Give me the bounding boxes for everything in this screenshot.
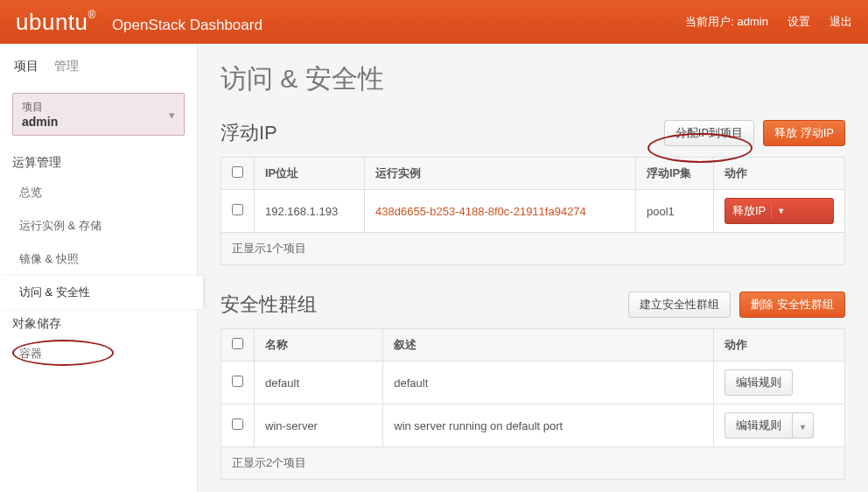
logo: ubuntu® OpenStack Dashboard	[16, 9, 262, 36]
instance-link[interactable]: 438d6655-b253-4188-8f0c-21911fa94274	[375, 205, 586, 218]
product-name: OpenStack Dashboard	[112, 17, 262, 34]
edit-rules-dropdown[interactable]: ▼	[793, 412, 814, 439]
secgroup-table: 名称 叙述 动作 default default 编辑规则 win-server…	[220, 328, 845, 480]
release-ip-button[interactable]: 释放IP▼	[724, 198, 834, 224]
sidebar-item-access-security[interactable]: 访问 & 安全性	[0, 276, 203, 309]
top-bar: ubuntu® OpenStack Dashboard 当前用户: admin …	[0, 0, 868, 44]
brand-name: ubuntu®	[16, 9, 96, 36]
create-secgroup-button[interactable]: 建立安全性群组	[628, 292, 731, 318]
chevron-down-icon: ▾	[169, 108, 175, 121]
col-actions: 动作	[714, 329, 845, 362]
caret-down-icon: ▼	[799, 423, 807, 432]
select-all-checkbox[interactable]	[232, 166, 243, 178]
row-checkbox[interactable]	[232, 204, 243, 215]
top-right-nav: 当前用户: admin 设置 退出	[685, 14, 852, 30]
compute-heading: 运算管理	[0, 148, 197, 176]
table-header-row: IP位址 运行实例 浮动IP集 动作	[221, 158, 845, 190]
sidebar-item-containers[interactable]: 容器	[0, 337, 197, 370]
cell-actions: 释放IP▼	[714, 190, 845, 233]
edit-rules-button[interactable]: 编辑规则	[724, 369, 793, 396]
cell-instance: 438d6655-b253-4188-8f0c-21911fa94274	[365, 190, 636, 233]
edit-rules-split: 编辑规则 ▼	[724, 412, 834, 439]
table-header-row: 名称 叙述 动作	[221, 329, 845, 362]
release-floating-ip-button[interactable]: 释放 浮动IP	[763, 120, 845, 146]
cell-ip: 192.168.1.193	[255, 190, 365, 233]
cell-pool: pool1	[636, 190, 714, 233]
project-name: admin	[22, 115, 175, 129]
logout-link[interactable]: 退出	[830, 14, 852, 30]
storage-heading: 对象储存	[0, 309, 197, 337]
secgroup-title: 安全性群组	[220, 292, 317, 318]
settings-link[interactable]: 设置	[788, 14, 810, 30]
secgroup-section-head: 安全性群组 建立安全性群组 删除 安全性群组	[220, 292, 845, 318]
floating-ip-title: 浮动IP	[220, 120, 277, 146]
sidebar-item-images[interactable]: 镜像 & 快照	[0, 242, 197, 276]
sidebar-tabs: 项目 管理	[0, 56, 197, 82]
col-ip: IP位址	[255, 158, 365, 190]
edit-rules-button[interactable]: 编辑规则	[724, 412, 793, 439]
col-desc: 叙述	[383, 329, 714, 362]
cell-name: default	[255, 362, 383, 404]
tab-project[interactable]: 项目	[12, 56, 40, 77]
sidebar-item-instances[interactable]: 运行实例 & 存储	[0, 209, 197, 242]
delete-secgroup-button[interactable]: 删除 安全性群组	[739, 292, 845, 318]
sidebar: 项目 管理 项目 admin ▾ 运算管理 总览 运行实例 & 存储 镜像 & …	[0, 44, 198, 492]
table-footer: 正显示1个项目	[221, 233, 845, 265]
floating-ip-section-head: 浮动IP 分配IP到项目 释放 浮动IP	[220, 120, 845, 146]
col-instance: 运行实例	[365, 158, 636, 190]
table-row: default default 编辑规则	[221, 362, 845, 404]
select-all-cell	[221, 158, 255, 190]
caret-down-icon: ▼	[777, 207, 785, 215]
table-row: win-server win server running on default…	[221, 404, 845, 447]
col-name: 名称	[255, 329, 383, 362]
cell-desc: win server running on default port	[383, 404, 714, 447]
floating-ip-table: IP位址 运行实例 浮动IP集 动作 192.168.1.193 438d665…	[220, 157, 845, 265]
select-all-checkbox[interactable]	[232, 338, 243, 349]
main-content: 访问 & 安全性 浮动IP 分配IP到项目 释放 浮动IP IP位址 运行实例 …	[198, 44, 868, 492]
sidebar-item-overview[interactable]: 总览	[0, 176, 197, 209]
current-user: 当前用户: admin	[685, 14, 768, 30]
col-actions: 动作	[714, 158, 845, 190]
allocate-ip-button[interactable]: 分配IP到项目	[664, 120, 754, 146]
table-row: 192.168.1.193 438d6655-b253-4188-8f0c-21…	[221, 190, 845, 233]
row-checkbox[interactable]	[232, 418, 243, 430]
page-title: 访问 & 安全性	[220, 61, 845, 97]
row-checkbox[interactable]	[232, 376, 243, 387]
tab-admin[interactable]: 管理	[52, 56, 80, 77]
project-label: 项目	[22, 100, 175, 115]
cell-desc: default	[383, 362, 714, 404]
table-footer: 正显示2个项目	[221, 447, 845, 480]
project-selector[interactable]: 项目 admin ▾	[12, 93, 185, 136]
cell-name: win-server	[255, 404, 383, 447]
col-pool: 浮动IP集	[636, 158, 714, 190]
